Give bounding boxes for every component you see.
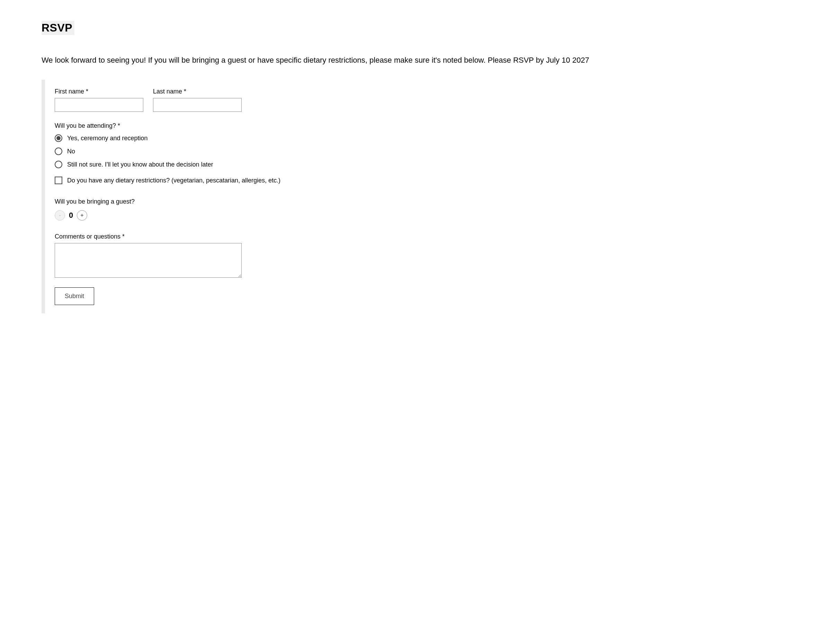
guest-decrement-button[interactable]: - [55, 210, 65, 221]
dietary-label: Do you have any dietary restrictions? (v… [67, 177, 281, 184]
radio-icon [55, 134, 62, 142]
radio-selected-icon [56, 136, 61, 140]
rsvp-form: First name * Last name * Will you be att… [42, 80, 786, 313]
dietary-checkbox[interactable]: Do you have any dietary restrictions? (v… [55, 177, 786, 184]
comments-section: Comments or questions * [55, 233, 786, 278]
submit-button[interactable]: Submit [55, 287, 94, 305]
guest-section: Will you be bringing a guest? - 0 + [55, 198, 786, 221]
name-row: First name * Last name * [55, 88, 786, 112]
guest-increment-button[interactable]: + [77, 210, 87, 221]
attending-option-no[interactable]: No [55, 148, 786, 155]
minus-icon: - [59, 213, 61, 218]
attending-no-label: No [67, 148, 75, 155]
last-name-label: Last name * [153, 88, 242, 95]
comments-label: Comments or questions * [55, 233, 125, 240]
attending-option-unsure[interactable]: Still not sure. I'll let you know about … [55, 161, 786, 168]
checkbox-icon [55, 177, 62, 184]
first-name-field: First name * [55, 88, 143, 112]
radio-icon [55, 161, 62, 168]
guest-label: Will you be bringing a guest? [55, 198, 786, 205]
guest-count: 0 [69, 211, 74, 220]
first-name-input[interactable] [55, 98, 143, 112]
page-title: RSVP [42, 21, 74, 35]
last-name-input[interactable] [153, 98, 242, 112]
intro-text: We look forward to seeing you! If you wi… [42, 54, 786, 66]
attending-option-yes[interactable]: Yes, ceremony and reception [55, 134, 786, 142]
attending-label: Will you be attending? * [55, 122, 786, 129]
attending-group: Will you be attending? * Yes, ceremony a… [55, 122, 786, 168]
comments-input[interactable] [55, 243, 242, 278]
guest-stepper: - 0 + [55, 210, 786, 221]
plus-icon: + [80, 213, 83, 218]
last-name-field: Last name * [153, 88, 242, 112]
first-name-label: First name * [55, 88, 143, 95]
attending-unsure-label: Still not sure. I'll let you know about … [67, 161, 213, 168]
radio-icon [55, 148, 62, 155]
attending-yes-label: Yes, ceremony and reception [67, 135, 147, 142]
